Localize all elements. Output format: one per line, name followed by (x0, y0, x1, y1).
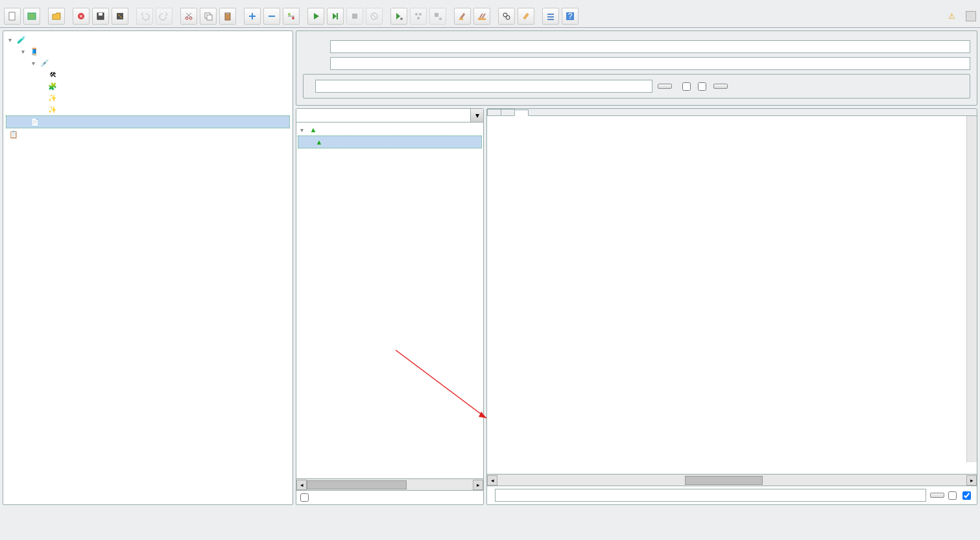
svg-rect-28 (547, 19, 554, 20)
status-box (966, 11, 976, 21)
open-icon[interactable] (48, 8, 65, 25)
tree-threadgroup[interactable]: ▾🧵 (6, 45, 290, 57)
tab-request[interactable] (501, 109, 515, 115)
start-notimers-icon[interactable] (327, 8, 344, 25)
expand-icon[interactable] (244, 8, 261, 25)
svg-rect-22 (459, 18, 463, 20)
remote-start-all-icon[interactable] (410, 8, 427, 25)
scroll-auto-checkbox[interactable] (300, 493, 311, 502)
response-panel: ◂▸ (486, 108, 977, 505)
tree-results-tree[interactable]: 📄 (6, 115, 290, 128)
result-sample[interactable]: ▾▲ (298, 124, 482, 135)
new-icon[interactable] (4, 8, 21, 25)
success-icon: ▲ (314, 137, 324, 147)
svg-point-25 (506, 16, 510, 19)
tree-testplan[interactable]: ▾🧪 (6, 34, 290, 45)
svg-rect-0 (9, 12, 15, 20)
svg-point-19 (417, 17, 420, 19)
paste-icon[interactable] (219, 8, 236, 25)
filename-input[interactable] (315, 80, 652, 93)
toggle-icon[interactable] (283, 8, 300, 25)
svg-rect-4 (99, 13, 102, 16)
tab-response-data[interactable] (514, 110, 529, 116)
tree-regex-extractor[interactable]: ✨ (6, 92, 290, 104)
svg-point-17 (415, 13, 418, 16)
svg-point-18 (419, 13, 422, 16)
configure-button[interactable] (713, 84, 728, 89)
case-sensitive-checkbox[interactable] (948, 491, 959, 500)
results-list-panel: ▾ ▾▲ ▲ ◂▸ (296, 108, 484, 505)
remote-start-icon[interactable] (390, 8, 407, 25)
warning-count: ⚠ (948, 12, 955, 21)
function-helper-icon[interactable] (542, 8, 559, 25)
cut-icon[interactable] (180, 8, 197, 25)
svg-rect-1 (28, 13, 36, 19)
svg-point-12 (288, 13, 291, 16)
component-header (296, 30, 977, 106)
svg-point-13 (292, 17, 294, 19)
templates-icon[interactable] (23, 8, 40, 25)
start-icon[interactable] (307, 8, 324, 25)
tree-sampler[interactable]: ▾💉 (6, 57, 290, 69)
config-icon: 🛠 (47, 69, 58, 80)
wand-icon: ✨ (47, 104, 58, 115)
save-icon[interactable] (92, 8, 109, 25)
clear-icon[interactable] (454, 8, 471, 25)
copy-icon[interactable] (200, 8, 217, 25)
name-input[interactable] (330, 40, 970, 53)
redo-icon[interactable] (156, 8, 173, 25)
svg-rect-27 (547, 16, 554, 18)
tree-debug-post[interactable]: ✨ (6, 104, 290, 115)
mid-hscroll[interactable]: ◂▸ (296, 478, 483, 490)
assert-icon: 🧩 (47, 81, 58, 91)
remote-stop-icon[interactable] (429, 8, 446, 25)
dropdown-arrow-icon[interactable]: ▾ (470, 109, 483, 122)
undo-icon[interactable] (136, 8, 153, 25)
svg-text:?: ? (568, 12, 573, 21)
tab-sampler-result[interactable] (487, 109, 501, 115)
reset-search-icon[interactable] (518, 8, 534, 25)
svg-point-16 (400, 18, 403, 20)
pipette-icon: 💉 (40, 58, 50, 68)
svg-rect-9 (207, 15, 212, 20)
toolbar: ? ⚠ (0, 5, 980, 28)
svg-rect-14 (352, 14, 357, 19)
menu-bar (0, 0, 980, 5)
regex-checkbox[interactable] (962, 491, 973, 500)
clear-all-icon[interactable] (473, 8, 490, 25)
svg-point-21 (439, 18, 442, 20)
tree-header-manager[interactable]: 🛠 (6, 69, 290, 80)
help-icon[interactable]: ? (562, 8, 579, 25)
svg-rect-20 (435, 13, 438, 17)
result-debug[interactable]: ▲ (298, 135, 482, 148)
response-hscroll[interactable]: ◂▸ (487, 474, 977, 486)
svg-rect-11 (226, 12, 229, 14)
tree-workbench[interactable]: 📋 (6, 128, 290, 140)
shutdown-icon[interactable] (366, 8, 383, 25)
clipboard-icon: 📋 (8, 129, 19, 139)
only-errors-checkbox[interactable] (682, 82, 693, 91)
search-input[interactable] (495, 489, 926, 502)
stop-icon[interactable] (346, 8, 363, 25)
page-icon: 📄 (30, 117, 40, 127)
successes-checkbox[interactable] (698, 82, 708, 91)
success-icon: ▲ (308, 124, 318, 135)
collapse-icon[interactable] (263, 8, 280, 25)
svg-rect-23 (478, 18, 486, 20)
vscroll[interactable] (966, 116, 977, 462)
saveas-icon[interactable] (112, 8, 128, 25)
renderer-dropdown[interactable] (296, 109, 470, 122)
svg-rect-26 (547, 14, 554, 15)
tree-assertion[interactable]: 🧩 (6, 80, 290, 92)
find-button[interactable] (930, 493, 944, 498)
close-icon[interactable] (73, 8, 90, 25)
search-tree-icon[interactable] (498, 8, 515, 25)
wand-icon: ✨ (47, 93, 58, 103)
flask-icon: 🧪 (16, 34, 27, 45)
browse-button[interactable] (658, 84, 672, 89)
comment-input[interactable] (330, 57, 970, 70)
test-plan-tree[interactable]: ▾🧪 ▾🧵 ▾💉 🛠 🧩 ✨ ✨ 📄 📋 (3, 30, 293, 505)
warning-icon: ⚠ (948, 12, 955, 21)
spool-icon: 🧵 (29, 46, 40, 56)
response-body[interactable] (487, 116, 977, 474)
